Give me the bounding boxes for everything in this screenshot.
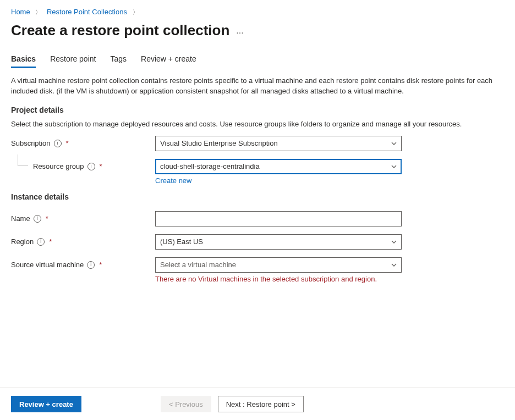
info-icon[interactable]: i: [34, 215, 41, 223]
project-details-heading: Project details: [11, 106, 504, 114]
chevron-down-icon: [391, 240, 397, 244]
breadcrumb-restore-point-collections[interactable]: Restore Point Collections: [47, 8, 127, 16]
name-input[interactable]: [155, 211, 402, 226]
tab-basics[interactable]: Basics: [11, 54, 36, 68]
required-indicator: *: [49, 237, 52, 246]
required-indicator: *: [99, 261, 102, 269]
subscription-label: Subscription i *: [11, 136, 155, 151]
subscription-value: Visual Studio Enterprise Subscription: [160, 139, 278, 147]
required-indicator: *: [66, 139, 69, 147]
source-vm-label: Source virtual machine i *: [11, 257, 155, 273]
resource-group-value: cloud-shell-storage-centralindia: [160, 162, 260, 170]
chevron-right-icon: 〉: [32, 9, 45, 15]
source-vm-select[interactable]: Select a virtual machine: [155, 257, 402, 273]
chevron-right-icon: 〉: [129, 9, 142, 15]
resource-group-label: Resource group i *: [33, 159, 155, 174]
review-create-button[interactable]: Review + create: [11, 396, 81, 412]
create-new-link[interactable]: Create new: [155, 176, 191, 185]
chevron-down-icon: [391, 165, 397, 168]
region-label: Region i *: [11, 234, 155, 250]
subscription-select[interactable]: Visual Studio Enterprise Subscription: [155, 136, 402, 151]
tab-restore-point[interactable]: Restore point: [50, 54, 96, 68]
source-vm-error: There are no Virtual machines in the sel…: [155, 275, 402, 283]
resource-group-select[interactable]: cloud-shell-storage-centralindia: [155, 159, 402, 174]
chevron-down-icon: [391, 142, 397, 145]
info-icon[interactable]: i: [87, 163, 95, 170]
instance-details-heading: Instance details: [11, 192, 504, 201]
previous-button: < Previous: [161, 396, 211, 412]
required-indicator: *: [100, 162, 102, 170]
name-label: Name i *: [11, 211, 155, 226]
project-details-subtext: Select the subscription to manage deploy…: [11, 120, 504, 128]
info-icon[interactable]: i: [54, 140, 62, 147]
info-icon[interactable]: i: [37, 238, 45, 246]
next-button[interactable]: Next : Restore point >: [218, 396, 304, 412]
chevron-down-icon: [391, 263, 397, 267]
tab-tags[interactable]: Tags: [110, 54, 127, 68]
breadcrumb: Home 〉 Restore Point Collections 〉: [11, 8, 504, 16]
required-indicator: *: [46, 214, 48, 223]
tabs: Basics Restore point Tags Review + creat…: [11, 54, 504, 68]
info-icon[interactable]: i: [87, 261, 95, 269]
footer-bar: Review + create < Previous Next : Restor…: [0, 388, 515, 420]
page-title: Create a restore point collection: [11, 22, 229, 39]
region-value: (US) East US: [160, 237, 203, 246]
breadcrumb-home[interactable]: Home: [11, 8, 30, 16]
source-vm-placeholder: Select a virtual machine: [160, 261, 236, 269]
more-actions-icon[interactable]: ···: [236, 24, 243, 38]
tab-description: A virtual machine restore point collecti…: [11, 76, 504, 97]
region-select[interactable]: (US) East US: [155, 234, 402, 250]
tab-review-create[interactable]: Review + create: [141, 54, 196, 68]
